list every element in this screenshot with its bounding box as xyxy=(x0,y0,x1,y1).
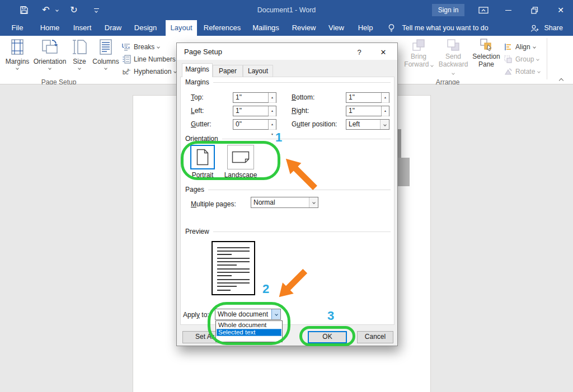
left-margin-spinner[interactable]: ▲▼ xyxy=(268,106,276,116)
close-icon: ✕ xyxy=(381,48,387,56)
landscape-option[interactable] xyxy=(227,145,254,169)
preview-section-header: Preview xyxy=(185,228,391,235)
word-window: ↶ ↻ Document1 - Word Sign in ✕ File Home… xyxy=(0,0,573,392)
hyphenation-button[interactable]: bca- Hyphenation xyxy=(122,67,176,77)
apply-to-label: Apply to: xyxy=(183,309,209,320)
left-label: Left: xyxy=(191,106,204,117)
align-button[interactable]: Align xyxy=(504,42,536,52)
cancel-button[interactable]: Cancel xyxy=(357,331,393,343)
margins-row-3: Gutter: 0"▲▼ Gutter position: Left xyxy=(191,119,392,130)
tab-home[interactable]: Home xyxy=(36,20,64,36)
right-margin-spinner[interactable]: ▲▼ xyxy=(381,106,389,116)
gutter-position-dropdown[interactable]: Left xyxy=(346,119,389,130)
chevron-down-icon xyxy=(16,67,19,70)
breaks-button[interactable]: Breaks xyxy=(122,42,159,52)
ribbon-display-options-button[interactable] xyxy=(476,0,491,20)
portrait-option[interactable] xyxy=(190,145,215,169)
tab-view[interactable]: View xyxy=(325,20,348,36)
breaks-label: Breaks xyxy=(134,43,154,51)
help-icon: ? xyxy=(357,48,361,56)
rotate-button[interactable]: Rotate xyxy=(504,67,540,77)
tab-draw[interactable]: Draw xyxy=(100,20,126,36)
preview-thumbnail xyxy=(212,241,255,297)
hyphenation-label: Hyphenation xyxy=(134,68,171,75)
tell-me-box[interactable]: Tell me what you want to do xyxy=(387,20,489,36)
right-margin-input[interactable]: 1"▲▼ xyxy=(346,106,389,116)
line-numbers-icon xyxy=(122,55,131,64)
dialog-tab-paper[interactable]: Paper xyxy=(213,65,243,77)
multiple-pages-dropdown[interactable]: Normal xyxy=(251,197,318,208)
collapse-ribbon-button[interactable] xyxy=(560,76,563,84)
restore-button[interactable] xyxy=(525,0,544,20)
gutter-spinner[interactable]: ▲▼ xyxy=(268,120,276,129)
margins-row-1: Top: 1"▲▼ Bottom: 1"▲▼ xyxy=(191,92,392,103)
margins-row-2: Left: 1"▲▼ Right: 1"▲▼ xyxy=(191,106,392,117)
margins-icon xyxy=(8,38,26,56)
tell-me-label: Tell me what you want to do xyxy=(402,24,488,32)
align-icon xyxy=(504,42,513,51)
margins-label: Margins xyxy=(6,58,30,65)
send-backward-button[interactable]: Send Backward xyxy=(436,38,470,76)
ok-button[interactable]: OK xyxy=(308,331,347,343)
sign-in-button[interactable]: Sign in xyxy=(432,4,464,16)
size-button[interactable]: Size xyxy=(68,38,91,77)
chevron-down-icon xyxy=(380,120,389,129)
bring-forward-label-2: Forward xyxy=(404,60,433,68)
top-label: Top: xyxy=(191,92,204,103)
chevron-down-icon xyxy=(157,45,161,49)
bottom-margin-input[interactable]: 1"▲▼ xyxy=(346,92,389,103)
chevron-down-icon xyxy=(538,70,541,73)
chevron-down-icon xyxy=(78,67,81,70)
portrait-page-icon xyxy=(196,149,209,166)
close-button[interactable]: ✕ xyxy=(551,0,571,20)
columns-button[interactable]: Columns xyxy=(92,38,120,77)
tab-references[interactable]: References xyxy=(200,20,244,36)
top-margin-input[interactable]: 1"▲▼ xyxy=(233,92,276,103)
share-button[interactable]: Share xyxy=(530,20,563,36)
align-label: Align xyxy=(515,43,530,51)
send-backward-icon xyxy=(446,38,461,53)
page-setup-dialog: Page Setup ? ✕ Margins Paper Layout Marg… xyxy=(176,42,398,346)
minimize-button[interactable] xyxy=(499,0,517,20)
tab-review[interactable]: Review xyxy=(289,20,319,36)
ribbon-tab-bar: File Home Insert Draw Design Layout Refe… xyxy=(0,20,573,36)
dialog-tab-layout[interactable]: Layout xyxy=(243,65,273,77)
tab-help[interactable]: Help xyxy=(354,20,377,36)
bring-forward-icon xyxy=(411,38,426,53)
gutter-position-label: Gutter position: xyxy=(292,119,337,130)
tab-design[interactable]: Design xyxy=(131,20,160,36)
group-button[interactable]: Group xyxy=(504,54,539,64)
tab-insert[interactable]: Insert xyxy=(68,20,96,36)
tab-mailings[interactable]: Mailings xyxy=(248,20,283,36)
send-backward-label-2: Backward xyxy=(436,60,470,76)
line-numbers-button[interactable]: Line Numbers xyxy=(122,54,176,64)
orientation-button[interactable]: Orientation xyxy=(34,38,66,77)
selection-pane-icon xyxy=(479,38,494,53)
bottom-label: Bottom: xyxy=(292,92,314,103)
dialog-title-bar[interactable]: Page Setup ? ✕ xyxy=(177,43,397,60)
dialog-close-button[interactable]: ✕ xyxy=(374,46,393,58)
share-label: Share xyxy=(544,24,562,32)
landscape-label: Landscape xyxy=(224,171,257,179)
apply-to-option-selected-text[interactable]: Selected text xyxy=(217,329,281,336)
group-divider xyxy=(547,38,547,79)
tab-file[interactable]: File xyxy=(7,20,28,36)
apply-to-dropdown-list: Whole document Selected text xyxy=(215,320,283,342)
margins-button[interactable]: Margins xyxy=(3,38,31,77)
multiple-pages-label: Multiple pages: xyxy=(191,199,236,210)
left-margin-input[interactable]: 1"▲▼ xyxy=(233,106,276,116)
dialog-help-button[interactable]: ? xyxy=(351,46,367,58)
bottom-margin-spinner[interactable]: ▲▼ xyxy=(381,93,389,102)
tab-layout[interactable]: Layout xyxy=(166,20,197,36)
apply-to-dropdown[interactable]: Whole document xyxy=(215,309,281,320)
dialog-tab-margins[interactable]: Margins xyxy=(182,63,213,77)
selection-pane-button[interactable]: Selection Pane xyxy=(471,38,501,68)
share-person-icon xyxy=(530,24,539,33)
bring-forward-button[interactable]: Bring Forward xyxy=(403,38,434,68)
line-numbers-label: Line Numbers xyxy=(134,55,176,63)
apply-to-option-whole-document[interactable]: Whole document xyxy=(217,322,281,329)
top-margin-spinner[interactable]: ▲▼ xyxy=(268,93,276,102)
chevron-down-icon xyxy=(48,67,51,70)
gutter-input[interactable]: 0"▲▼ xyxy=(233,119,276,130)
sign-in-label: Sign in xyxy=(438,6,459,14)
